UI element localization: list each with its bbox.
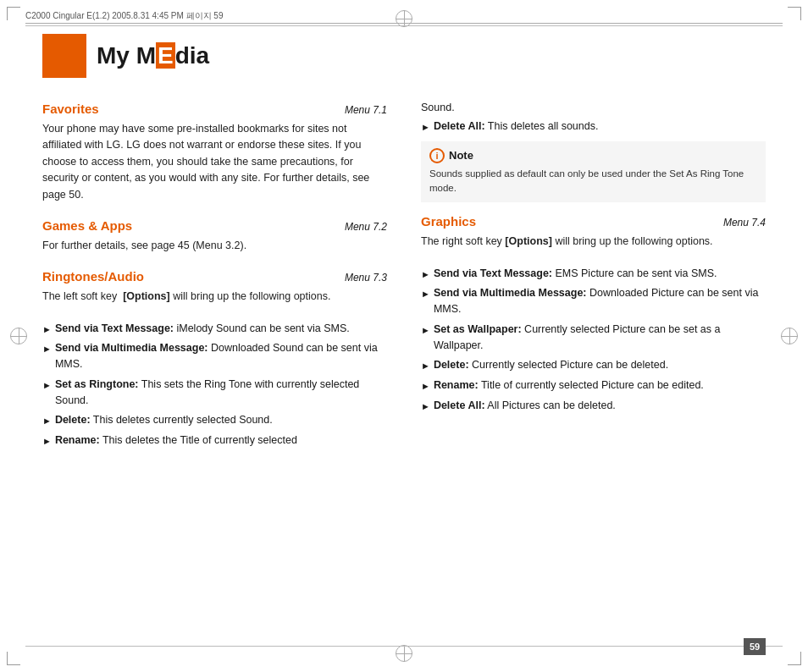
page-number: 59 <box>744 638 766 655</box>
title-area: My MEdia <box>42 34 209 78</box>
right-column: Sound. ► Delete All: This deletes all so… <box>421 102 766 621</box>
bullet-text-3: Set as Ringtone: This sets the Ring Tone… <box>55 377 387 409</box>
bullet-send-text: ► Send via Text Message: iMelody Sound c… <box>42 321 387 337</box>
bullet-arrow-r1: ► <box>421 120 430 135</box>
bullet-arrow-g1: ► <box>421 267 430 282</box>
graphics-title: Graphics Menu 7.4 <box>421 214 766 229</box>
corner-mark-bl <box>7 652 20 665</box>
bullet-g-send-mms: ► Send via Multimedia Message: Downloade… <box>421 285 766 317</box>
header-bar: C2000 Cingular E(1.2) 2005.8.31 4:45 PM … <box>25 8 783 24</box>
corner-mark-br <box>788 652 801 665</box>
left-registration <box>10 328 27 344</box>
title-box <box>42 34 86 78</box>
bullet-text-r1: Delete All: This deletes all sounds. <box>434 118 766 135</box>
note-icon: i <box>429 148 445 163</box>
bullet-text-4: Delete: This deletes currently selected … <box>55 412 387 428</box>
bullet-set-ringtone: ► Set as Ringtone: This sets the Ring To… <box>42 377 387 409</box>
favorites-body: Your phone may have some pre-installed b… <box>42 121 387 203</box>
note-box: i Note Sounds supplied as default can on… <box>421 141 766 203</box>
corner-mark-tr <box>788 7 801 20</box>
bullet-text-5: Rename: This deletes the Title of curren… <box>55 432 387 449</box>
bottom-line <box>25 646 783 647</box>
section-favorites: Favorites Menu 7.1 Your phone may have s… <box>42 102 387 203</box>
bullet-arrow-2: ► <box>42 342 52 356</box>
bullet-g-delete: ► Delete: Currently selected Picture can… <box>421 357 766 373</box>
header-line <box>25 25 783 26</box>
bullet-text-g3: Set as Wallpaper: Currently selected Pic… <box>434 322 766 354</box>
note-label: Note <box>449 149 473 162</box>
header-text: C2000 Cingular E(1.2) 2005.8.31 4:45 PM … <box>25 10 223 22</box>
games-apps-title: Games & Apps Menu 7.2 <box>42 218 387 233</box>
ringtones-continued: Sound. <box>421 102 766 113</box>
bullet-arrow-g6: ► <box>421 399 430 414</box>
bullet-text-1: Send via Text Message: iMelody Sound can… <box>55 321 387 337</box>
section-graphics: Graphics Menu 7.4 The right soft key [Op… <box>421 214 766 413</box>
bullet-send-mms: ► Send via Multimedia Message: Downloade… <box>42 340 387 372</box>
main-content: Favorites Menu 7.1 Your phone may have s… <box>42 102 766 621</box>
bullet-text-g5: Rename: Title of currently selected Pict… <box>434 377 766 394</box>
left-column: Favorites Menu 7.1 Your phone may have s… <box>42 102 387 621</box>
section-ringtones: Ringtones/Audio Menu 7.3 The left soft k… <box>42 269 387 449</box>
bullet-arrow-g5: ► <box>421 379 430 394</box>
graphics-intro: The right soft key [Options] will bring … <box>421 234 766 250</box>
favorites-title: Favorites Menu 7.1 <box>42 102 387 116</box>
bullet-g-delete-all: ► Delete All: All Pictures can be delete… <box>421 398 766 414</box>
bullet-text-g4: Delete: Currently selected Picture can b… <box>434 357 766 373</box>
bullet-text-g6: Delete All: All Pictures can be deleted. <box>434 398 766 414</box>
bottom-registration <box>396 645 412 662</box>
bullet-arrow-g2: ► <box>421 287 430 301</box>
games-apps-body: For further details, see page 45 (Menu 3… <box>42 238 387 254</box>
bullet-arrow-3: ► <box>42 378 52 393</box>
ringtones-title: Ringtones/Audio Menu 7.3 <box>42 269 387 284</box>
bullet-g-wallpaper: ► Set as Wallpaper: Currently selected P… <box>421 322 766 354</box>
bullet-delete: ► Delete: This deletes currently selecte… <box>42 412 387 428</box>
note-header: i Note <box>429 148 757 163</box>
bullet-arrow-g3: ► <box>421 323 430 338</box>
section-games-apps: Games & Apps Menu 7.2 For further detail… <box>42 218 387 254</box>
bullet-rename: ► Rename: This deletes the Title of curr… <box>42 432 387 449</box>
note-text: Sounds supplied as default can only be u… <box>429 167 757 196</box>
page-title: My MEdia <box>86 34 209 78</box>
right-registration <box>781 328 798 344</box>
bullet-arrow-5: ► <box>42 434 52 449</box>
bullet-g-rename: ► Rename: Title of currently selected Pi… <box>421 377 766 394</box>
ringtones-intro: The left soft key [Options] will bring u… <box>42 289 387 305</box>
bullet-arrow-1: ► <box>42 322 52 337</box>
bullet-text-g1: Send via Text Message: EMS Picture can b… <box>434 266 766 282</box>
bullet-text-g2: Send via Multimedia Message: Downloaded … <box>434 285 766 317</box>
bullet-delete-all-ringtones: ► Delete All: This deletes all sounds. <box>421 118 766 135</box>
title-highlight: E <box>156 42 175 69</box>
bullet-arrow-4: ► <box>42 414 52 428</box>
corner-mark-tl <box>7 7 20 20</box>
bullet-text-2: Send via Multimedia Message: Downloaded … <box>55 340 387 372</box>
bullet-g-send-text: ► Send via Text Message: EMS Picture can… <box>421 266 766 282</box>
bullet-arrow-g4: ► <box>421 359 430 373</box>
